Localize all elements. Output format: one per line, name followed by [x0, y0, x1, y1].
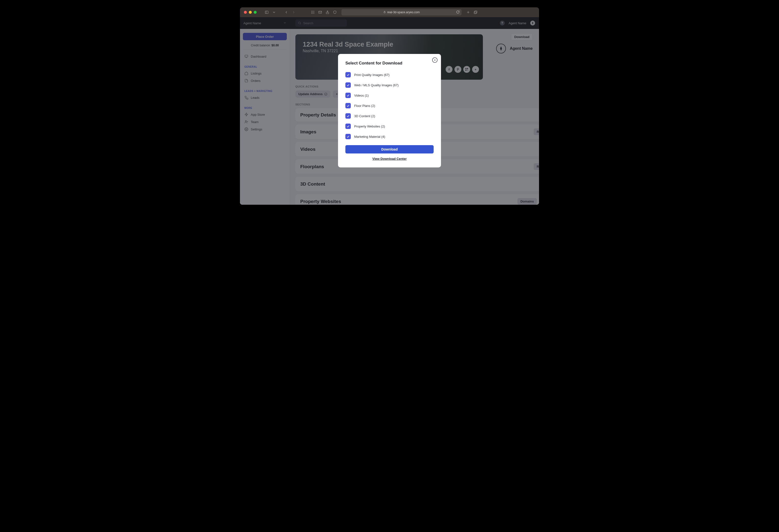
- view-download-center-link[interactable]: View Download Center: [345, 157, 434, 161]
- address-bar[interactable]: real-3d-space.aryeo.com: [342, 9, 462, 15]
- svg-point-5: [311, 12, 312, 12]
- svg-point-8: [311, 13, 312, 13]
- checkbox-row: Print Quality Images (67): [345, 70, 434, 80]
- tabs-icon[interactable]: [473, 10, 478, 14]
- checkbox[interactable]: [345, 82, 351, 88]
- svg-rect-0: [265, 11, 268, 14]
- checkbox[interactable]: [345, 134, 351, 139]
- share-icon[interactable]: [325, 10, 330, 14]
- forward-icon[interactable]: [291, 10, 296, 14]
- svg-rect-17: [474, 11, 476, 14]
- modal-title: Select Content for Download: [345, 61, 434, 66]
- svg-point-9: [312, 13, 313, 13]
- checkbox-label: Marketing Material (4): [354, 135, 385, 138]
- svg-point-3: [312, 11, 313, 11]
- minimize-window-button[interactable]: [249, 11, 252, 14]
- browser-toolbar: real-3d-space.aryeo.com: [240, 7, 539, 17]
- checkbox-label: Web / MLS Quality Images (67): [354, 83, 399, 87]
- grid-icon[interactable]: [311, 10, 315, 14]
- address-text: real-3d-space.aryeo.com: [387, 10, 420, 14]
- maximize-window-button[interactable]: [254, 11, 257, 14]
- window-controls: [244, 11, 257, 14]
- mail-icon[interactable]: [318, 10, 322, 14]
- svg-point-2: [311, 11, 312, 11]
- modal-overlay[interactable]: Select Content for Download Print Qualit…: [240, 17, 539, 205]
- close-window-button[interactable]: [244, 11, 247, 14]
- refresh-icon[interactable]: [456, 10, 460, 14]
- sidebar-toggle-icon[interactable]: [264, 10, 269, 14]
- lock-icon: [383, 10, 386, 14]
- svg-rect-13: [384, 12, 385, 13]
- checkbox[interactable]: [345, 124, 351, 129]
- svg-point-4: [314, 11, 314, 11]
- svg-point-10: [314, 13, 314, 13]
- checkbox-label: Print Quality Images (67): [354, 73, 390, 77]
- checkbox-row: Floor Plans (2): [345, 101, 434, 111]
- svg-point-7: [314, 12, 314, 12]
- svg-rect-11: [319, 11, 321, 13]
- checkbox-row: Web / MLS Quality Images (67): [345, 80, 434, 90]
- close-icon[interactable]: [432, 57, 437, 63]
- checkbox-row: 3D Content (2): [345, 111, 434, 121]
- modal-download-button[interactable]: Download: [345, 145, 434, 154]
- checkbox[interactable]: [345, 72, 351, 77]
- new-tab-icon[interactable]: [466, 10, 470, 14]
- checkbox[interactable]: [345, 93, 351, 98]
- checkbox[interactable]: [345, 113, 351, 119]
- checkbox[interactable]: [345, 103, 351, 108]
- svg-point-6: [312, 12, 313, 12]
- checkbox-label: Floor Plans (2): [354, 104, 375, 108]
- checkbox-row: Marketing Material (4): [345, 131, 434, 142]
- checkbox-label: Property Websites (2): [354, 125, 385, 128]
- back-icon[interactable]: [284, 10, 289, 14]
- download-modal: Select Content for Download Print Qualit…: [338, 54, 441, 168]
- shield-icon[interactable]: [333, 10, 337, 14]
- browser-window: real-3d-space.aryeo.com Agent Name Searc…: [240, 7, 539, 205]
- checkbox-label: 3D Content (2): [354, 114, 375, 118]
- app-root: Agent Name Search ? Agent Name Place Ord…: [240, 17, 539, 205]
- chevron-down-icon[interactable]: [272, 10, 276, 14]
- checkbox-row: Videos (1): [345, 90, 434, 101]
- checkbox-label: Videos (1): [354, 94, 369, 97]
- svg-rect-16: [475, 11, 477, 13]
- checkbox-row: Property Websites (2): [345, 121, 434, 131]
